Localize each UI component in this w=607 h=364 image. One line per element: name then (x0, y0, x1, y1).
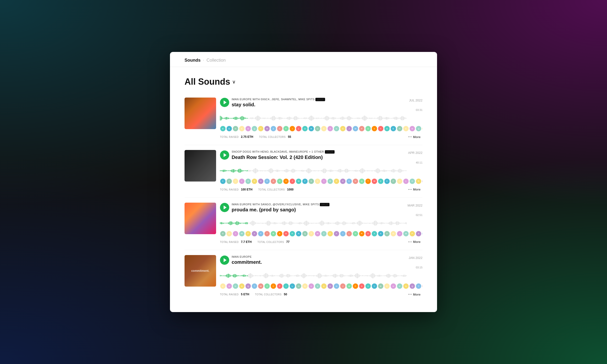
more-button-4[interactable]: ··· More (406, 291, 422, 298)
collector-avatar: X (264, 178, 270, 184)
more-label-2: More (413, 188, 421, 191)
track-duration-4: 03:15 (220, 266, 422, 269)
collector-avatar: H (390, 283, 396, 289)
collector-avatar: P (409, 231, 415, 237)
collector-avatar: U (315, 126, 320, 131)
collector-avatar: P (353, 283, 358, 289)
collector-avatar: T (251, 283, 257, 289)
collector-avatar: I (290, 126, 295, 131)
track-stats-2: TOTAL RAISED 100 ETH TOTAL COLLECTORS 10… (220, 188, 293, 191)
more-button-3[interactable]: ··· More (406, 239, 422, 245)
waveform-bars-3 (220, 219, 422, 228)
collector-avatar: D (334, 126, 339, 131)
collector-avatar: P (245, 231, 251, 237)
track-duration-1: 03:31 (220, 108, 422, 111)
collector-avatar: O (409, 178, 415, 184)
collector-avatar: S (416, 231, 422, 237)
track-info-4: IMAN EUROPE commitment. (232, 255, 262, 265)
track-artists-2: SNOOP DOGG WITH HENO, BLACKDAVE, IMANEUR… (232, 150, 335, 154)
track-info-2: SNOOP DOGG WITH HENO, BLACKDAVE, IMANEUR… (232, 150, 335, 160)
collector-avatar: Y (264, 231, 270, 237)
breadcrumb-sounds[interactable]: Sounds (185, 58, 200, 63)
track-date-3: MAR 2022 (408, 204, 422, 207)
collectors-row-3: DGJMPSVYBEHKNQTWZCFILORUXADGJMPSVYBEHKNQ… (220, 231, 422, 237)
collector-avatar: K (346, 178, 352, 184)
track-stats-1: TOTAL RAISED 2.75 ETH TOTAL COLLECTORS 5… (220, 135, 291, 139)
track-date-1: JUL 2022 (409, 99, 422, 102)
collectors-row-1: BEHKNQTWZCFILORUXADGJMPSVYBEHKNQTWZCFILO… (220, 125, 422, 132)
collector-avatar: K (397, 283, 403, 289)
collector-avatar: L (290, 283, 295, 289)
collector-avatar: R (416, 178, 422, 184)
collector-avatar: M (403, 231, 409, 237)
track-stats-3: TOTAL RAISED 7.7 ETH TOTAL COLLECTORS 77 (220, 240, 290, 244)
collector-avatar: W (315, 231, 320, 237)
collector-avatar: J (233, 231, 238, 237)
dropdown-arrow-icon[interactable]: ∨ (232, 79, 236, 85)
collector-avatar: E (384, 283, 390, 289)
collector-avatar: L (239, 178, 245, 184)
collector-avatar: Y (321, 178, 327, 184)
waveform-1 (220, 114, 422, 124)
collector-avatar: S (308, 178, 314, 184)
more-dots-icon-2: ··· (408, 187, 412, 192)
track-footer-4: TOTAL RAISED 5 ETH TOTAL COLLECTORS 50 ·… (220, 291, 422, 298)
track-title-4: commitment. (232, 259, 262, 265)
collector-avatar: Z (378, 178, 384, 184)
collector-avatar: S (359, 283, 365, 289)
play-button-4[interactable] (220, 256, 229, 265)
collector-avatar: G (283, 178, 289, 184)
collector-avatar: C (220, 178, 226, 184)
collector-avatar: C (277, 126, 283, 131)
collector-avatar: F (390, 178, 396, 184)
collector-avatar: M (239, 231, 245, 237)
waveform-bars-2 (220, 167, 422, 175)
more-label-1: More (413, 135, 421, 139)
total-collectors-label-2: TOTAL COLLECTORS 1000 (258, 188, 293, 191)
collector-avatar: O (353, 231, 358, 237)
collector-avatar: N (245, 126, 251, 131)
collector-avatar: Q (302, 231, 308, 237)
collector-avatar: N (409, 126, 415, 131)
collector-avatar: V (371, 126, 377, 131)
track-title-3: prouda me. (prod by sango) (232, 207, 330, 213)
track-meta-left-4: IMAN EUROPE commitment. (220, 255, 262, 265)
collector-avatar: I (233, 178, 238, 184)
track-artists-1: IMAN EUROPE WITH 0X6C4...0EFE, SHAWNTEL,… (232, 98, 325, 101)
more-button-2[interactable]: ··· More (406, 186, 422, 193)
total-collectors-label-1: TOTAL COLLECTORS 55 (259, 135, 291, 139)
play-button-1[interactable] (220, 98, 229, 107)
play-button-2[interactable] (220, 150, 229, 160)
collector-avatar: H (233, 126, 238, 131)
track-info-1: IMAN EUROPE WITH 0X6C4...0EFE, SHAWNTEL,… (232, 98, 325, 107)
collector-avatar: D (277, 178, 283, 184)
collector-avatar: V (258, 231, 264, 237)
split-badge-2: SPLIT (325, 150, 335, 154)
more-dots-icon-1: ··· (408, 135, 412, 139)
breadcrumb-collection[interactable]: Collection (206, 58, 225, 63)
track-meta-left-2: SNOOP DOGG WITH HENO, BLACKDAVE, IMANEUR… (220, 150, 335, 160)
collector-avatar: D (384, 231, 390, 237)
waveform-4 (220, 271, 422, 281)
collector-avatar: C (327, 231, 333, 237)
collector-avatar: X (321, 126, 327, 131)
collector-avatar: W (258, 283, 264, 289)
track-content-4: IMAN EUROPE commitment. JAN 2022 03:15 E… (220, 255, 422, 298)
play-button-3[interactable] (220, 203, 229, 212)
collector-avatar: S (251, 231, 257, 237)
collectors-row-2: CFILORUXADGJMPSVYBEHKNQTWZCFILORUXADGJMP… (220, 178, 422, 184)
track-item-2: SNOOP DOGG WITH HENO, BLACKDAVE, IMANEUR… (185, 145, 422, 197)
collector-avatar: G (226, 231, 232, 237)
more-button-1[interactable]: ··· More (406, 134, 422, 140)
collector-avatar: K (290, 231, 295, 237)
waveform-2 (220, 167, 422, 176)
waveform-bars-1 (220, 114, 422, 123)
play-icon-2 (224, 153, 226, 157)
collector-avatar: A (327, 126, 333, 131)
collector-avatar: Z (264, 283, 270, 289)
collector-avatar: E (220, 283, 226, 289)
collector-avatar: R (302, 283, 308, 289)
collector-avatar: T (258, 126, 264, 131)
collector-avatar: K (403, 126, 409, 131)
collector-avatar: C (384, 178, 390, 184)
